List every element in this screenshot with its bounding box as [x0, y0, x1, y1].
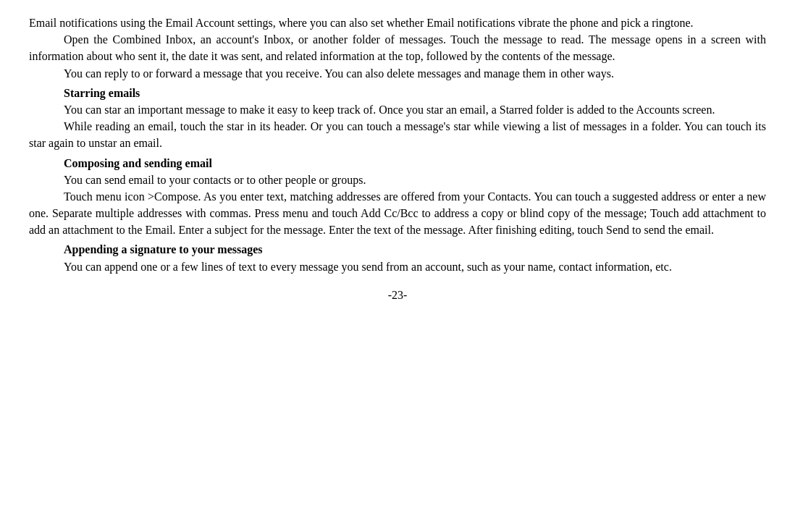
- page-content: Email notifications using the Email Acco…: [29, 14, 766, 303]
- paragraph-5: While reading an email, touch the star i…: [29, 118, 766, 151]
- page-number: -23-: [29, 287, 766, 303]
- paragraph-4: You can star an important message to mak…: [29, 101, 766, 118]
- heading-starring-emails: Starring emails: [29, 85, 766, 101]
- paragraph-2: Open the Combined Inbox, an account's In…: [29, 31, 766, 64]
- paragraph-6: You can send email to your contacts or t…: [29, 172, 766, 188]
- paragraph-3: You can reply to or forward a message th…: [29, 65, 766, 82]
- paragraph-8: You can append one or a few lines of tex…: [29, 258, 766, 275]
- paragraph-7: Touch menu icon >Compose. As you enter t…: [29, 188, 766, 239]
- paragraph-1: Email notifications using the Email Acco…: [29, 14, 766, 31]
- heading-appending-signature: Appending a signature to your messages: [29, 241, 766, 258]
- heading-composing-sending: Composing and sending email: [29, 155, 766, 172]
